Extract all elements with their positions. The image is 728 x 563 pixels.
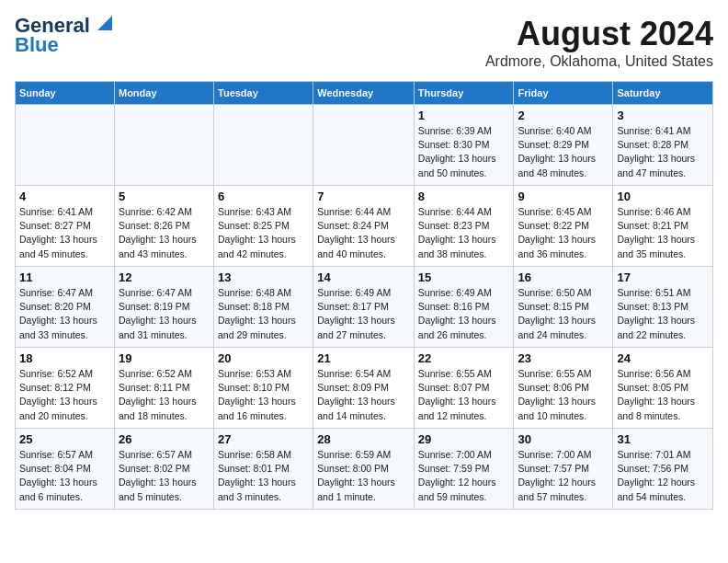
calendar-cell	[114, 105, 213, 186]
day-number: 18	[19, 351, 110, 365]
calendar-cell: 28Sunrise: 6:59 AM Sunset: 8:00 PM Dayli…	[313, 429, 415, 510]
day-info: Sunrise: 6:49 AM Sunset: 8:17 PM Dayligh…	[317, 286, 410, 342]
column-header-tuesday: Tuesday	[214, 82, 313, 105]
calendar-cell: 5Sunrise: 6:42 AM Sunset: 8:26 PM Daylig…	[114, 186, 213, 267]
day-info: Sunrise: 7:00 AM Sunset: 7:57 PM Dayligh…	[518, 448, 609, 504]
day-info: Sunrise: 6:53 AM Sunset: 8:10 PM Dayligh…	[218, 367, 309, 423]
week-row: 11Sunrise: 6:47 AM Sunset: 8:20 PM Dayli…	[16, 267, 713, 348]
calendar-cell: 31Sunrise: 7:01 AM Sunset: 7:56 PM Dayli…	[613, 429, 713, 510]
calendar-cell: 15Sunrise: 6:49 AM Sunset: 8:16 PM Dayli…	[414, 267, 514, 348]
day-number: 8	[418, 190, 510, 203]
calendar-cell	[16, 105, 115, 186]
day-info: Sunrise: 7:01 AM Sunset: 7:56 PM Dayligh…	[617, 448, 709, 504]
calendar-cell: 19Sunrise: 6:52 AM Sunset: 8:11 PM Dayli…	[114, 348, 213, 429]
day-info: Sunrise: 6:56 AM Sunset: 8:05 PM Dayligh…	[617, 367, 709, 423]
day-number: 24	[617, 351, 709, 365]
calendar-cell: 4Sunrise: 6:41 AM Sunset: 8:27 PM Daylig…	[16, 186, 115, 267]
day-number: 30	[518, 432, 609, 446]
day-number: 11	[19, 270, 110, 284]
day-info: Sunrise: 6:39 AM Sunset: 8:30 PM Dayligh…	[418, 124, 510, 180]
day-number: 1	[418, 109, 510, 122]
day-number: 27	[218, 432, 309, 446]
calendar-cell	[313, 105, 415, 186]
calendar-cell: 16Sunrise: 6:50 AM Sunset: 8:15 PM Dayli…	[514, 267, 613, 348]
day-info: Sunrise: 6:57 AM Sunset: 8:02 PM Dayligh…	[119, 448, 210, 504]
day-number: 25	[19, 432, 110, 446]
day-number: 16	[518, 270, 609, 284]
calendar-cell: 12Sunrise: 6:47 AM Sunset: 8:19 PM Dayli…	[114, 267, 213, 348]
calendar-subtitle: Ardmore, Oklahoma, United States	[485, 53, 713, 70]
day-number: 9	[518, 190, 609, 203]
calendar-cell: 8Sunrise: 6:44 AM Sunset: 8:23 PM Daylig…	[414, 186, 514, 267]
day-info: Sunrise: 6:50 AM Sunset: 8:15 PM Dayligh…	[518, 286, 609, 342]
day-number: 15	[418, 270, 510, 284]
day-info: Sunrise: 6:52 AM Sunset: 8:12 PM Dayligh…	[19, 367, 110, 423]
day-number: 7	[317, 190, 410, 203]
calendar-cell: 27Sunrise: 6:58 AM Sunset: 8:01 PM Dayli…	[214, 429, 313, 510]
day-number: 5	[119, 190, 210, 203]
day-info: Sunrise: 6:55 AM Sunset: 8:06 PM Dayligh…	[518, 367, 609, 423]
calendar-cell: 7Sunrise: 6:44 AM Sunset: 8:24 PM Daylig…	[313, 186, 415, 267]
day-number: 13	[218, 270, 309, 284]
calendar-cell: 25Sunrise: 6:57 AM Sunset: 8:04 PM Dayli…	[16, 429, 115, 510]
day-number: 3	[617, 109, 709, 122]
calendar-cell: 10Sunrise: 6:46 AM Sunset: 8:21 PM Dayli…	[613, 186, 713, 267]
calendar-cell	[214, 105, 313, 186]
day-info: Sunrise: 6:54 AM Sunset: 8:09 PM Dayligh…	[317, 367, 410, 423]
day-info: Sunrise: 6:43 AM Sunset: 8:25 PM Dayligh…	[218, 205, 309, 261]
logo-icon	[92, 14, 112, 34]
calendar-cell: 18Sunrise: 6:52 AM Sunset: 8:12 PM Dayli…	[16, 348, 115, 429]
day-info: Sunrise: 6:57 AM Sunset: 8:04 PM Dayligh…	[19, 448, 110, 504]
day-info: Sunrise: 7:00 AM Sunset: 7:59 PM Dayligh…	[418, 448, 510, 504]
calendar-cell: 1Sunrise: 6:39 AM Sunset: 8:30 PM Daylig…	[414, 105, 514, 186]
day-info: Sunrise: 6:51 AM Sunset: 8:13 PM Dayligh…	[617, 286, 709, 342]
calendar-cell: 6Sunrise: 6:43 AM Sunset: 8:25 PM Daylig…	[214, 186, 313, 267]
logo-blue: Blue	[15, 33, 59, 57]
calendar-cell: 2Sunrise: 6:40 AM Sunset: 8:29 PM Daylig…	[514, 105, 613, 186]
day-info: Sunrise: 6:48 AM Sunset: 8:18 PM Dayligh…	[218, 286, 309, 342]
svg-marker-0	[97, 16, 112, 30]
column-header-wednesday: Wednesday	[313, 82, 415, 105]
day-info: Sunrise: 6:55 AM Sunset: 8:07 PM Dayligh…	[418, 367, 510, 423]
calendar-cell: 23Sunrise: 6:55 AM Sunset: 8:06 PM Dayli…	[514, 348, 613, 429]
day-number: 2	[518, 109, 609, 122]
day-info: Sunrise: 6:44 AM Sunset: 8:24 PM Dayligh…	[317, 205, 410, 261]
day-info: Sunrise: 6:40 AM Sunset: 8:29 PM Dayligh…	[518, 124, 609, 180]
day-number: 23	[518, 351, 609, 365]
day-number: 22	[418, 351, 510, 365]
title-block: August 2024 Ardmore, Oklahoma, United St…	[485, 15, 713, 70]
column-header-friday: Friday	[514, 82, 613, 105]
calendar-cell: 22Sunrise: 6:55 AM Sunset: 8:07 PM Dayli…	[414, 348, 514, 429]
day-number: 17	[617, 270, 709, 284]
day-number: 6	[218, 190, 309, 203]
column-header-sunday: Sunday	[16, 82, 115, 105]
day-number: 26	[119, 432, 210, 446]
week-row: 18Sunrise: 6:52 AM Sunset: 8:12 PM Dayli…	[16, 348, 713, 429]
calendar-cell: 14Sunrise: 6:49 AM Sunset: 8:17 PM Dayli…	[313, 267, 415, 348]
day-info: Sunrise: 6:45 AM Sunset: 8:22 PM Dayligh…	[518, 205, 609, 261]
calendar-cell: 26Sunrise: 6:57 AM Sunset: 8:02 PM Dayli…	[114, 429, 213, 510]
day-number: 29	[418, 432, 510, 446]
calendar-cell: 13Sunrise: 6:48 AM Sunset: 8:18 PM Dayli…	[214, 267, 313, 348]
day-info: Sunrise: 6:41 AM Sunset: 8:27 PM Dayligh…	[19, 205, 110, 261]
week-row: 25Sunrise: 6:57 AM Sunset: 8:04 PM Dayli…	[16, 429, 713, 510]
calendar-table: SundayMondayTuesdayWednesdayThursdayFrid…	[15, 81, 713, 510]
day-info: Sunrise: 6:47 AM Sunset: 8:20 PM Dayligh…	[19, 286, 110, 342]
day-number: 12	[119, 270, 210, 284]
day-info: Sunrise: 6:47 AM Sunset: 8:19 PM Dayligh…	[119, 286, 210, 342]
week-row: 4Sunrise: 6:41 AM Sunset: 8:27 PM Daylig…	[16, 186, 713, 267]
calendar-cell: 20Sunrise: 6:53 AM Sunset: 8:10 PM Dayli…	[214, 348, 313, 429]
calendar-cell: 30Sunrise: 7:00 AM Sunset: 7:57 PM Dayli…	[514, 429, 613, 510]
calendar-cell: 21Sunrise: 6:54 AM Sunset: 8:09 PM Dayli…	[313, 348, 415, 429]
day-info: Sunrise: 6:46 AM Sunset: 8:21 PM Dayligh…	[617, 205, 709, 261]
day-info: Sunrise: 6:59 AM Sunset: 8:00 PM Dayligh…	[317, 448, 410, 504]
calendar-cell: 9Sunrise: 6:45 AM Sunset: 8:22 PM Daylig…	[514, 186, 613, 267]
day-number: 21	[317, 351, 410, 365]
column-header-thursday: Thursday	[414, 82, 514, 105]
calendar-cell: 11Sunrise: 6:47 AM Sunset: 8:20 PM Dayli…	[16, 267, 115, 348]
day-number: 14	[317, 270, 410, 284]
calendar-cell: 24Sunrise: 6:56 AM Sunset: 8:05 PM Dayli…	[613, 348, 713, 429]
calendar-cell: 29Sunrise: 7:00 AM Sunset: 7:59 PM Dayli…	[414, 429, 514, 510]
day-info: Sunrise: 6:42 AM Sunset: 8:26 PM Dayligh…	[119, 205, 210, 261]
column-header-monday: Monday	[114, 82, 213, 105]
